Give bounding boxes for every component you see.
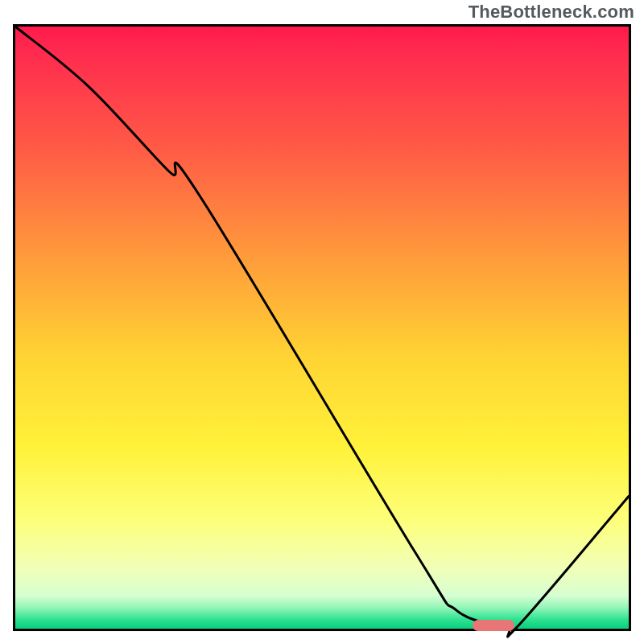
plot-svg (15, 27, 629, 629)
valley-marker (473, 620, 514, 631)
plot-area (15, 27, 629, 629)
plot-background (15, 27, 629, 629)
watermark-text: TheBottleneck.com (469, 2, 634, 23)
plot-border (13, 24, 631, 631)
chart-frame: TheBottleneck.com (0, 0, 644, 644)
